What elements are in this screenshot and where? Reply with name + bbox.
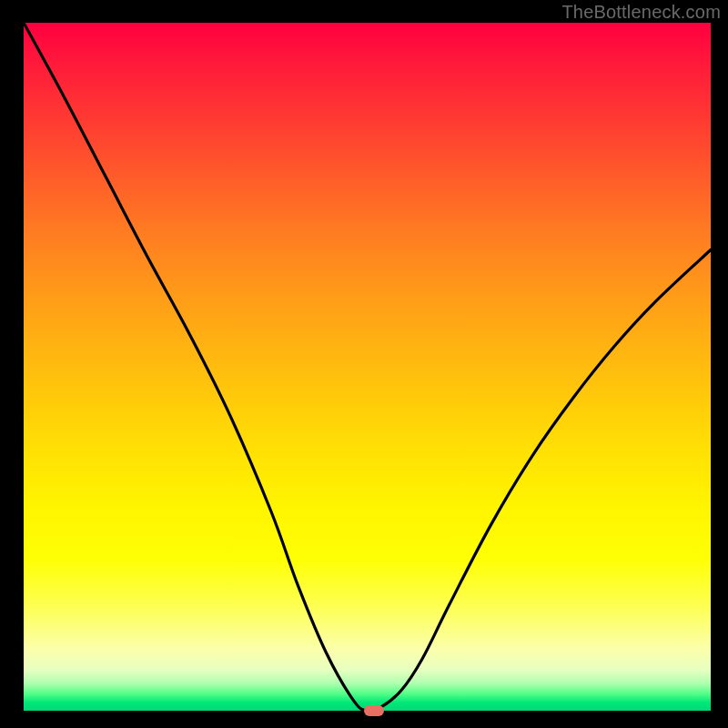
plot-area [24,23,711,711]
chart-stage: TheBottleneck.com [0,0,728,728]
bottleneck-curve [24,23,711,711]
optimal-marker [364,705,384,716]
watermark-text: TheBottleneck.com [561,2,721,23]
curve-layer [24,23,711,711]
